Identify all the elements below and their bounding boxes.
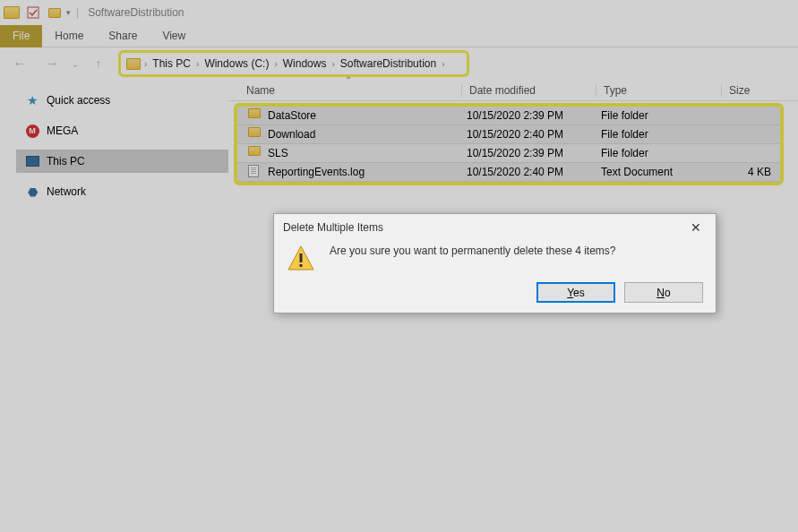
delete-confirm-dialog: Delete Multiple Items ✕ Are you sure you… bbox=[273, 213, 716, 313]
column-header-size[interactable]: Size bbox=[721, 84, 775, 97]
network-icon: ⬣ bbox=[25, 184, 39, 199]
up-button[interactable]: ↑ bbox=[86, 51, 111, 76]
folder-icon bbox=[248, 127, 262, 142]
forward-button[interactable]: → bbox=[39, 51, 64, 76]
sidebar-item-network[interactable]: ⬣ Network bbox=[16, 180, 228, 203]
breadcrumb-item[interactable]: Windows (C:) bbox=[202, 57, 270, 70]
warning-icon bbox=[287, 245, 315, 273]
file-row[interactable]: DataStore 10/15/2020 2:39 PM File folder bbox=[237, 107, 780, 125]
file-row[interactable]: ReportingEvents.log 10/15/2020 2:40 PM T… bbox=[237, 163, 780, 182]
document-icon bbox=[248, 165, 262, 179]
file-name: DataStore bbox=[268, 109, 467, 122]
file-date: 10/15/2020 2:40 PM bbox=[467, 166, 601, 178]
file-tab[interactable]: File bbox=[0, 25, 42, 47]
tab-share[interactable]: Share bbox=[96, 25, 150, 47]
svg-rect-2 bbox=[300, 264, 303, 267]
qat-dropdown-icon[interactable] bbox=[45, 3, 64, 22]
breadcrumb-item[interactable]: SoftwareDistribution bbox=[339, 57, 438, 70]
dialog-title-bar: Delete Multiple Items ✕ bbox=[274, 214, 716, 241]
folder-icon bbox=[248, 146, 262, 160]
file-type: Text Document bbox=[601, 166, 726, 178]
file-list: DataStore 10/15/2020 2:39 PM File folder… bbox=[234, 103, 784, 185]
sidebar-item-label: Network bbox=[47, 185, 86, 198]
qat-properties-icon[interactable] bbox=[23, 3, 43, 22]
folder-icon bbox=[248, 108, 262, 123]
pc-icon bbox=[25, 154, 39, 168]
tab-view[interactable]: View bbox=[150, 25, 198, 47]
chevron-right-icon[interactable]: › bbox=[274, 59, 277, 69]
history-dropdown-icon[interactable]: ⌄ bbox=[72, 59, 79, 69]
svg-rect-1 bbox=[300, 253, 303, 262]
chevron-right-icon[interactable]: › bbox=[144, 59, 147, 69]
column-header-type[interactable]: Type bbox=[596, 84, 721, 97]
star-icon: ★ bbox=[25, 93, 39, 107]
svg-rect-0 bbox=[28, 7, 39, 18]
file-size: 4 KB bbox=[726, 166, 771, 178]
no-button[interactable]: No bbox=[624, 282, 703, 303]
file-type: File folder bbox=[601, 128, 726, 141]
chevron-right-icon[interactable]: › bbox=[196, 59, 199, 69]
address-row: ← → ⌄ ↑ › This PC › Windows (C:) › Windo… bbox=[0, 47, 798, 80]
sidebar-item-label: This PC bbox=[47, 155, 85, 167]
breadcrumb-item[interactable]: This PC bbox=[150, 57, 193, 70]
breadcrumb-item[interactable]: Windows bbox=[281, 57, 329, 70]
window-title: SoftwareDistribution bbox=[88, 6, 184, 19]
file-type: File folder bbox=[601, 109, 726, 122]
dialog-message: Are you sure you want to permanently del… bbox=[330, 245, 616, 273]
sort-chevron-icon: ⌃ bbox=[345, 75, 352, 85]
chevron-right-icon[interactable]: › bbox=[442, 59, 444, 69]
sidebar-item-this-pc[interactable]: This PC bbox=[16, 150, 228, 173]
file-name: SLS bbox=[268, 147, 467, 159]
sidebar-item-label: Quick access bbox=[47, 94, 110, 107]
ribbon-tabs: File Home Share View bbox=[0, 25, 798, 47]
file-type: File folder bbox=[601, 147, 726, 159]
close-button[interactable]: ✕ bbox=[685, 220, 707, 235]
file-date: 10/15/2020 2:39 PM bbox=[467, 109, 601, 122]
file-name: ReportingEvents.log bbox=[268, 166, 467, 178]
chevron-right-icon[interactable]: › bbox=[331, 59, 334, 69]
yes-button[interactable]: Yes bbox=[536, 282, 615, 303]
file-date: 10/15/2020 2:40 PM bbox=[467, 128, 601, 141]
sidebar-item-mega[interactable]: M MEGA bbox=[16, 119, 228, 142]
app-icon bbox=[2, 3, 21, 22]
back-button[interactable]: ← bbox=[7, 51, 32, 76]
dialog-title: Delete Multiple Items bbox=[283, 221, 383, 234]
breadcrumb[interactable]: › This PC › Windows (C:) › Windows › Sof… bbox=[118, 50, 469, 77]
column-header-date[interactable]: Date modified bbox=[461, 84, 596, 97]
file-row[interactable]: SLS 10/15/2020 2:39 PM File folder bbox=[237, 144, 780, 163]
sidebar-item-quick-access[interactable]: ★ Quick access bbox=[16, 89, 228, 112]
file-date: 10/15/2020 2:39 PM bbox=[467, 147, 601, 159]
file-name: Download bbox=[268, 128, 467, 141]
tab-home[interactable]: Home bbox=[42, 25, 96, 47]
title-separator: | bbox=[76, 6, 79, 19]
column-header-name[interactable]: ⌃ Name bbox=[246, 84, 461, 97]
column-headers: ⌃ Name Date modified Type Size bbox=[228, 80, 798, 101]
mega-icon: M bbox=[25, 124, 39, 138]
breadcrumb-folder-icon bbox=[126, 58, 141, 70]
file-row[interactable]: Download 10/15/2020 2:40 PM File folder bbox=[237, 125, 780, 144]
sidebar-item-label: MEGA bbox=[47, 124, 78, 137]
navigation-sidebar: ★ Quick access M MEGA This PC ⬣ Network bbox=[0, 80, 228, 532]
title-bar: ▾ | SoftwareDistribution bbox=[0, 0, 798, 25]
